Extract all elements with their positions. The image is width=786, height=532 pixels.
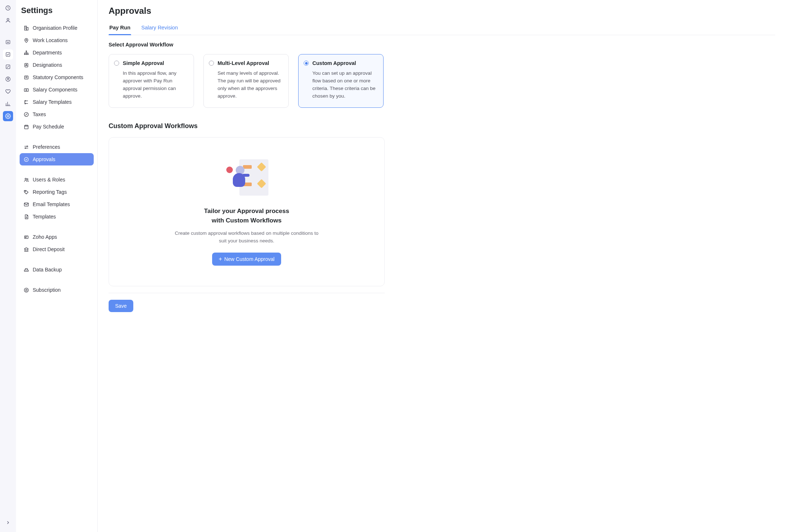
- sidebar-item-label: Taxes: [33, 111, 46, 117]
- rail-person[interactable]: [3, 15, 13, 25]
- svg-point-1: [7, 19, 9, 20]
- approval-card-simple-approval[interactable]: Simple ApprovalIn this approval flow, an…: [109, 54, 194, 108]
- rail-inbox[interactable]: [3, 37, 13, 47]
- sidebar-item-label: Zoho Apps: [33, 234, 57, 240]
- sidebar-item-label: Data Backup: [33, 267, 62, 273]
- svg-point-9: [25, 39, 27, 40]
- sidebar-item-taxes[interactable]: Taxes: [20, 108, 94, 120]
- apps-icon: [23, 234, 29, 240]
- salary-icon: [23, 87, 29, 93]
- bank-icon: [23, 246, 29, 252]
- chart-icon: [5, 101, 11, 107]
- svg-rect-8: [27, 27, 28, 30]
- refresh-icon: [23, 287, 29, 293]
- svg-point-6: [7, 115, 9, 117]
- new-custom-approval-button[interactable]: + New Custom Approval: [212, 253, 281, 266]
- approval-card-multi-level-approval[interactable]: Multi-Level ApprovalSet many levels of a…: [203, 54, 289, 108]
- heart-icon: [5, 89, 11, 94]
- tab-salary-revision[interactable]: Salary Revision: [141, 22, 179, 35]
- svg-rect-17: [24, 89, 28, 91]
- settings-icon: [5, 113, 11, 119]
- plus-icon: +: [219, 256, 222, 262]
- pin-icon: [23, 37, 29, 43]
- sidebar-title: Settings: [21, 6, 92, 15]
- sidebar-item-approvals[interactable]: Approvals: [20, 153, 94, 165]
- sidebar-item-label: Templates: [33, 214, 56, 220]
- badge-icon: [23, 62, 29, 68]
- sidebar-item-work-locations[interactable]: Work Locations: [20, 34, 94, 46]
- sidebar-item-pay-schedule[interactable]: Pay Schedule: [20, 120, 94, 133]
- rail-dashboard[interactable]: [3, 3, 13, 13]
- sidebar-item-email-templates[interactable]: Email Templates: [20, 198, 94, 210]
- building-icon: [23, 25, 29, 31]
- svg-point-19: [25, 100, 26, 101]
- rail-settings[interactable]: [3, 111, 13, 121]
- workflow-illustration: [225, 159, 268, 198]
- svg-point-24: [25, 147, 26, 148]
- sidebar-item-label: Departments: [33, 50, 62, 56]
- chevron-right-icon: [5, 520, 11, 525]
- percent-icon: [5, 64, 11, 70]
- person-icon: [5, 17, 11, 23]
- empty-description: Create custom approval workflows based o…: [174, 230, 319, 245]
- sidebar-item-label: Direct Deposit: [33, 246, 65, 252]
- users-icon: [23, 177, 29, 183]
- svg-point-26: [25, 178, 26, 180]
- sidebar-item-statutory-components[interactable]: Statutory Components: [20, 71, 94, 83]
- sidebar-item-data-backup[interactable]: Data Backup: [20, 263, 94, 276]
- approval-card-custom-approval[interactable]: Custom ApprovalYou can set up an approva…: [298, 54, 384, 108]
- mail-icon: [23, 201, 29, 207]
- custom-workflows-empty: Tailor your Approval process with Custom…: [109, 137, 385, 286]
- sidebar-item-label: Approvals: [33, 156, 55, 162]
- sidebar-item-departments[interactable]: Departments: [20, 46, 94, 59]
- sidebar-item-salary-components[interactable]: Salary Components: [20, 83, 94, 96]
- sidebar-item-preferences[interactable]: Preferences: [20, 141, 94, 153]
- doc-icon: [23, 214, 29, 220]
- svg-rect-22: [24, 125, 28, 129]
- sidebar-item-organisation-profile[interactable]: Organisation Profile: [20, 22, 94, 34]
- radio-icon: [304, 61, 309, 66]
- save-button[interactable]: Save: [109, 300, 133, 312]
- sidebar-item-label: Organisation Profile: [33, 25, 77, 31]
- save-label: Save: [115, 303, 127, 309]
- rail-expand[interactable]: [3, 517, 13, 528]
- svg-point-11: [24, 54, 25, 55]
- dashboard-icon: [5, 5, 11, 11]
- sidebar-item-reporting-tags[interactable]: Reporting Tags: [20, 186, 94, 198]
- svg-point-27: [27, 179, 28, 180]
- sidebar-item-templates[interactable]: Templates: [20, 210, 94, 223]
- card-description: You can set up an approval flow based on…: [304, 70, 377, 100]
- main-content: Approvals Pay Run Salary Revision Select…: [98, 0, 786, 532]
- sidebar-item-salary-templates[interactable]: Salary Templates: [20, 96, 94, 108]
- sidebar-item-label: Subscription: [33, 287, 61, 293]
- rail-heart[interactable]: [3, 86, 13, 97]
- sidebar-item-users-roles[interactable]: Users & Roles: [20, 173, 94, 186]
- sidebar-item-designations[interactable]: Designations: [20, 59, 94, 71]
- sidebar-item-label: Users & Roles: [33, 177, 65, 183]
- sidebar-item-label: Pay Schedule: [33, 124, 64, 130]
- rail-task[interactable]: [3, 49, 13, 60]
- sidebar-item-label: Designations: [33, 62, 62, 68]
- icon-rail: [0, 0, 16, 532]
- rail-chart[interactable]: [3, 99, 13, 109]
- radio-icon: [209, 61, 214, 66]
- svg-rect-31: [24, 270, 28, 271]
- sidebar-item-label: Preferences: [33, 144, 60, 150]
- template-icon: [23, 99, 29, 105]
- statutory-icon: [23, 74, 29, 80]
- svg-point-23: [27, 146, 28, 147]
- card-description: Set many levels of approval. The pay run…: [209, 70, 282, 100]
- sidebar-item-direct-deposit[interactable]: Direct Deposit: [20, 243, 94, 255]
- svg-point-12: [26, 54, 27, 55]
- sidebar-item-label: Reporting Tags: [33, 189, 67, 195]
- tab-pay-run[interactable]: Pay Run: [109, 22, 131, 35]
- drive-icon: [23, 267, 29, 273]
- approval-cards: Simple ApprovalIn this approval flow, an…: [109, 54, 775, 108]
- svg-rect-3: [6, 53, 10, 57]
- sidebar-item-subscription[interactable]: Subscription: [20, 284, 94, 296]
- rail-rupee[interactable]: [3, 74, 13, 84]
- svg-point-20: [25, 103, 26, 104]
- tabs: Pay Run Salary Revision: [109, 22, 775, 35]
- sidebar-item-zoho-apps[interactable]: Zoho Apps: [20, 231, 94, 243]
- rail-percent[interactable]: [3, 62, 13, 72]
